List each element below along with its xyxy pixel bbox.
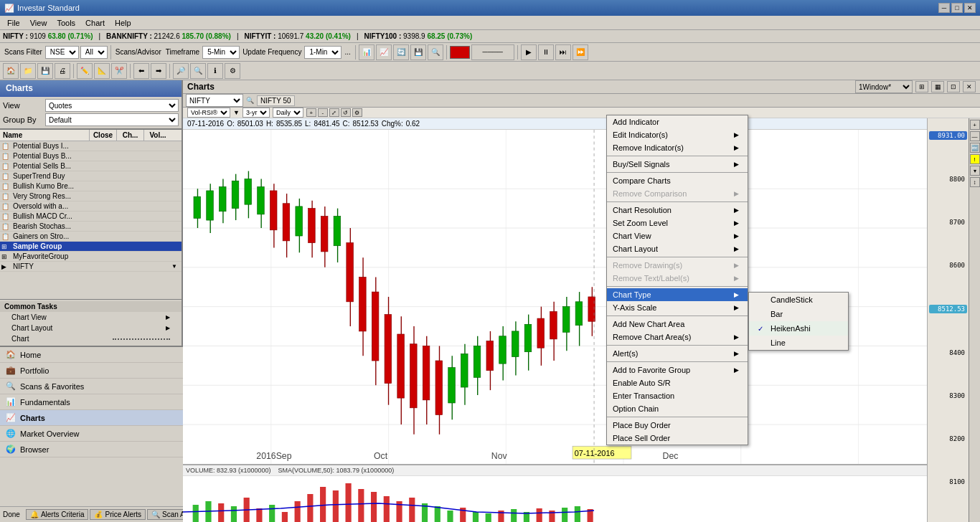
strip-btn-4[interactable]: ▾: [970, 166, 980, 176]
step-btn[interactable]: ⏭: [555, 44, 571, 60]
ctx-compare-charts[interactable]: Compare Charts: [607, 174, 748, 187]
nav-charts[interactable]: 📈 Charts: [0, 410, 183, 426]
chart-close-btn[interactable]: ✕: [963, 81, 976, 92]
strip-btn-2[interactable]: —: [970, 131, 980, 141]
view-select[interactable]: Quotes: [45, 99, 179, 112]
groupby-select[interactable]: Default: [45, 113, 179, 126]
tb2-btn-10[interactable]: 🔎: [173, 63, 189, 79]
list-item[interactable]: ▶ NIFTY ▼: [0, 262, 182, 272]
strip-btn-yellow[interactable]: !: [970, 154, 980, 164]
tb2-btn-12[interactable]: ℹ: [207, 63, 223, 79]
zoom-fit-btn[interactable]: ⤢: [329, 108, 339, 117]
ctx-remove-chart-area[interactable]: Remove Chart Area(s)▶: [607, 331, 748, 343]
ctx-enter-transaction[interactable]: Enter Transaction: [607, 389, 748, 402]
color-picker[interactable]: [450, 46, 470, 59]
tb2-btn-13[interactable]: ⚙: [225, 63, 240, 79]
ctx-set-zoom[interactable]: Set Zoom Level▶: [607, 217, 748, 229]
list-item[interactable]: 📋 Potential Buys B...: [0, 151, 182, 161]
ctx-option-chain[interactable]: Option Chain: [607, 402, 748, 415]
tb2-btn-2[interactable]: 📁: [20, 63, 36, 79]
toolbar-btn-1[interactable]: 📊: [359, 44, 374, 60]
sub-heikenashi[interactable]: ✓ HeikenAshi: [749, 321, 848, 336]
scans-filter-exchange[interactable]: NSE: [45, 46, 79, 59]
nav-portfolio[interactable]: 💼 Portfolio: [0, 363, 183, 379]
task-chart-view[interactable]: Chart View ▶: [0, 312, 182, 323]
window-selector[interactable]: 1Window*: [855, 80, 913, 93]
list-item[interactable]: 📋 SuperTrend Buy: [0, 171, 182, 181]
tb2-btn-7[interactable]: ✂️: [111, 63, 127, 79]
zoom-out-btn[interactable]: -: [318, 108, 328, 117]
tb2-btn-6[interactable]: 📐: [94, 63, 110, 79]
tb2-btn-3[interactable]: 💾: [37, 63, 53, 79]
tb2-btn-4[interactable]: 🖨: [55, 63, 70, 79]
strip-btn-5[interactable]: ↕: [970, 177, 980, 187]
list-item[interactable]: 📋 Bullish Kumo Bre...: [0, 181, 182, 191]
toolbar-extra[interactable]: ⏩: [573, 44, 588, 60]
scans-filter-all[interactable]: All: [80, 46, 108, 59]
ctx-edit-indicator[interactable]: Edit Indicator(s)▶: [607, 128, 748, 141]
ctx-chart-resolution[interactable]: Chart Resolution▶: [607, 204, 748, 217]
nav-home[interactable]: 🏠 Home: [0, 347, 183, 363]
toolbar-btn-3[interactable]: 🔄: [393, 44, 409, 60]
timeframe-select[interactable]: 5-Min: [202, 46, 240, 59]
ctx-chart-type[interactable]: Chart Type▶: [607, 288, 748, 301]
layout-btn-2[interactable]: ▦: [931, 81, 944, 92]
minimize-button[interactable]: ─: [938, 3, 950, 13]
tb2-btn-11[interactable]: 🔍: [190, 63, 206, 79]
sub-line[interactable]: Line: [749, 336, 848, 350]
nav-scans[interactable]: 🔍 Scans & Favorites: [0, 379, 183, 394]
chart-expand-btn[interactable]: ⊡: [947, 81, 960, 92]
tb2-btn-8[interactable]: ⬅: [133, 63, 149, 79]
sub-candlestick[interactable]: CandleStick: [749, 293, 848, 307]
toolbar-btn-2[interactable]: 📈: [376, 44, 392, 60]
list-item[interactable]: 📋 Potential Sells B...: [0, 161, 182, 171]
tab-alerts-criteria[interactable]: 🔔 Alerts Criteria: [26, 509, 89, 520]
ctx-buysell-signals[interactable]: Buy/Sell Signals▶: [607, 158, 748, 171]
toolbar-btn-4[interactable]: 💾: [410, 44, 426, 60]
ctx-place-buy[interactable]: Place Buy Order: [607, 419, 748, 432]
ctx-remove-indicator[interactable]: Remove Indicator(s)▶: [607, 141, 748, 154]
list-item[interactable]: 📋 Very Strong Res...: [0, 191, 182, 201]
tb2-btn-9[interactable]: ➡: [151, 63, 166, 79]
update-freq-select[interactable]: 1-Min: [304, 46, 341, 59]
ctx-add-favorite[interactable]: Add to Favorite Group▶: [607, 364, 748, 376]
list-item[interactable]: ⊞ MyFavoriteGroup: [0, 252, 182, 262]
indicator-select[interactable]: Vol-RSI®: [187, 108, 230, 118]
list-item[interactable]: 📋 Bullish MACD Cr...: [0, 212, 182, 222]
ctx-chart-view[interactable]: Chart View▶: [607, 229, 748, 242]
zoom-in-btn[interactable]: +: [306, 108, 316, 117]
chart-settings-btn[interactable]: ⚙: [352, 108, 362, 117]
list-item[interactable]: 📋 Bearish Stochas...: [0, 222, 182, 232]
zoom-reset-btn[interactable]: ↺: [341, 108, 351, 117]
ctx-auto-sr[interactable]: Enable Auto S/R: [607, 376, 748, 389]
menu-chart[interactable]: Chart: [81, 17, 109, 29]
tb2-btn-1[interactable]: 🏠: [3, 63, 19, 79]
list-item[interactable]: 📋 Gainers on Stro...: [0, 232, 182, 242]
period-select[interactable]: 3-yr: [242, 108, 270, 118]
list-item[interactable]: 📋 Potential Buys I...: [0, 141, 182, 151]
layout-btn-1[interactable]: ⊞: [915, 81, 928, 92]
ctx-alerts[interactable]: Alert(s)▶: [607, 347, 748, 360]
strip-btn-1[interactable]: +: [970, 120, 980, 130]
nav-market-overview[interactable]: 🌐 Market Overview: [0, 426, 183, 442]
play-btn[interactable]: ▶: [521, 44, 537, 60]
ctx-add-indicator[interactable]: Add Indicator: [607, 115, 748, 128]
strip-btn-3[interactable]: 🔤: [970, 143, 980, 153]
ctx-place-sell[interactable]: Place Sell Order: [607, 432, 748, 445]
ctx-add-chart-area[interactable]: Add New Chart Area: [607, 318, 748, 331]
list-item[interactable]: 📋 Oversold with a...: [0, 201, 182, 212]
task-chart-layout[interactable]: Chart Layout ▶: [0, 323, 182, 333]
menu-help[interactable]: Help: [110, 17, 136, 29]
sub-bar[interactable]: Bar: [749, 307, 848, 321]
tab-price-alerts[interactable]: 💰 Price Alerts: [90, 509, 146, 520]
list-item-selected[interactable]: ⊞ Sample Group: [0, 242, 182, 252]
toolbar-btn-5[interactable]: 🔍: [428, 44, 443, 60]
nav-browser[interactable]: 🌍 Browser: [0, 442, 183, 457]
tb2-btn-5[interactable]: ✏️: [77, 63, 93, 79]
task-chart[interactable]: Chart: [0, 333, 182, 344]
nav-fundamentals[interactable]: 📊 Fundamentals: [0, 394, 183, 410]
ctx-chart-layout[interactable]: Chart Layout▶: [607, 242, 748, 255]
line-style-select[interactable]: ────: [471, 44, 514, 60]
menu-view[interactable]: View: [26, 17, 52, 29]
menu-file[interactable]: File: [3, 17, 24, 29]
